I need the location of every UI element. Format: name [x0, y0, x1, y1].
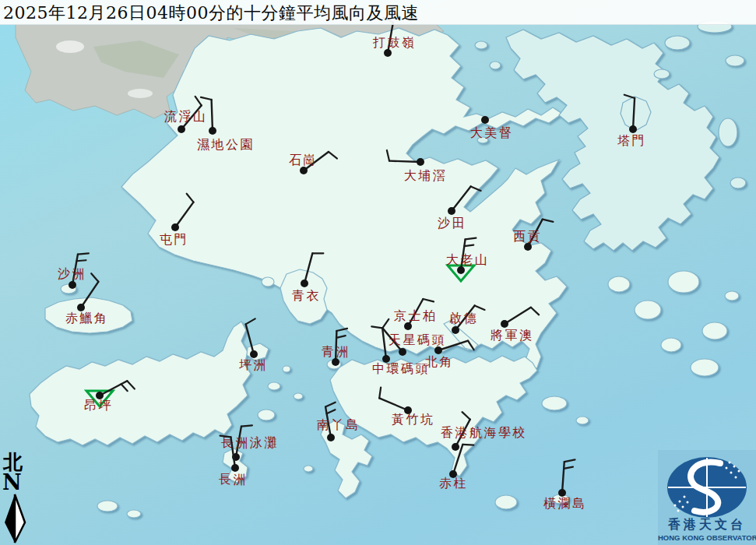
station-label: 沙田	[438, 216, 466, 230]
wind-barb-tick	[325, 403, 336, 407]
island	[719, 118, 737, 146]
station-label: 石崗	[289, 153, 318, 167]
land-lantau	[30, 322, 251, 445]
wind-barb-tick	[543, 220, 554, 222]
station-dot	[452, 443, 459, 451]
island	[726, 55, 744, 66]
north-arrow-icon	[2, 493, 30, 544]
compass-north-label-chinese: 北	[2, 452, 33, 473]
title-bar: 2025年12月26日04時00分的十分鐘平均風向及風速	[0, 0, 756, 25]
compass: 北 N	[2, 452, 33, 544]
island	[665, 36, 690, 50]
wind-barb-tick	[91, 273, 98, 282]
island	[725, 291, 739, 301]
wind-barb-tick	[564, 467, 573, 469]
island	[702, 322, 727, 339]
station-dot	[481, 116, 489, 124]
wind-barb-tick	[464, 245, 473, 246]
hko-logo: 香港天文台 HONG KONG OBSERVATORY	[658, 450, 756, 545]
land-new-territories-kowloon	[121, 28, 567, 372]
station-dot	[327, 434, 335, 441]
hko-logo-emblem	[658, 450, 756, 524]
station-dot	[301, 280, 308, 287]
island	[635, 301, 661, 319]
shenzhen-white-patch	[128, 89, 153, 98]
island-soko	[127, 510, 141, 518]
map-canvas: 打鼓嶺流浮山濕地公園石崗大美督塔門大埔滘沙田西貢屯門沙洲大老山赤鱲角青衣京士柏啟…	[0, 0, 756, 545]
station-dot	[399, 348, 406, 356]
logo-name-english: HONG KONG OBSERVATORY	[658, 533, 756, 542]
station-label: 流浮山	[164, 109, 208, 124]
station-label: 長洲	[219, 472, 248, 487]
wind-barb-tick	[78, 253, 89, 254]
island-hei-ling-chau	[258, 410, 275, 420]
station-label: 青洲	[322, 344, 350, 359]
station-dot	[524, 243, 532, 251]
island	[268, 382, 280, 390]
island	[576, 417, 589, 424]
island	[262, 277, 274, 287]
station-label: 坪洲	[239, 357, 268, 372]
station-label: 西貢	[513, 229, 542, 244]
wind-barb-tick	[564, 459, 575, 462]
wind-barb-tick	[336, 336, 346, 338]
station-dot	[404, 322, 412, 330]
map-title: 2025年12月26日04時00分的十分鐘平均風向及風速	[3, 2, 419, 25]
station-label: 塔門	[617, 133, 646, 148]
station-label: 赤鱲角	[65, 311, 109, 325]
wind-barb-staff	[562, 462, 564, 493]
station-dot	[434, 346, 442, 354]
station-dot	[417, 158, 424, 166]
station-沙洲: 沙洲	[58, 253, 89, 289]
station-label: 大老山	[446, 252, 490, 267]
station-label: 京士柏	[394, 308, 438, 323]
station-dot	[209, 127, 216, 135]
station-青洲: 青洲	[322, 329, 350, 366]
wind-barb-staff	[389, 161, 420, 162]
station-dot	[171, 223, 179, 231]
station-label: 濕地公園	[197, 137, 255, 152]
shenzhen-white-patch	[56, 40, 84, 53]
station-dot	[69, 281, 76, 289]
station-dot	[178, 125, 185, 133]
island-soko	[97, 501, 118, 512]
station-dot	[452, 326, 459, 334]
wind-barb-tick	[246, 318, 255, 324]
station-label: 中環碼頭	[372, 361, 430, 376]
island	[691, 359, 719, 376]
station-label: 北角	[425, 354, 454, 369]
station-label: 大埔滘	[404, 168, 448, 183]
wind-barb-tick	[336, 329, 347, 331]
island	[294, 393, 303, 399]
wind-barb-tick	[327, 410, 336, 413]
north-arrow-right-half	[15, 494, 25, 543]
island	[304, 466, 313, 472]
wind-barb-tick	[76, 260, 86, 261]
station-dot	[300, 167, 308, 174]
station-dot	[448, 207, 455, 215]
station-label: 沙洲	[58, 266, 86, 281]
logo-name-chinese: 香港天文台	[658, 517, 756, 533]
island	[475, 41, 487, 49]
island-po-toi	[495, 495, 517, 509]
station-dot	[457, 266, 465, 274]
station-label: 屯門	[160, 232, 188, 247]
station-label: 大美督	[470, 125, 514, 140]
station-label: 打鼓嶺	[372, 35, 417, 50]
station-dot	[501, 320, 508, 328]
island	[608, 276, 630, 292]
land-lamma	[321, 420, 372, 498]
station-橫瀾島: 橫瀾島	[543, 459, 587, 511]
island	[661, 338, 681, 352]
station-dot	[231, 464, 239, 472]
station-dot	[384, 49, 392, 57]
island	[654, 69, 670, 79]
station-dot	[332, 358, 339, 366]
station-label: 啟德	[449, 311, 478, 325]
island	[668, 271, 699, 293]
island	[490, 62, 501, 69]
wind-barb-tick	[241, 425, 252, 426]
station-label: 天星碼頭	[389, 332, 446, 347]
station-label: 南丫島	[317, 417, 360, 432]
wind-barb-tick	[462, 445, 473, 445]
